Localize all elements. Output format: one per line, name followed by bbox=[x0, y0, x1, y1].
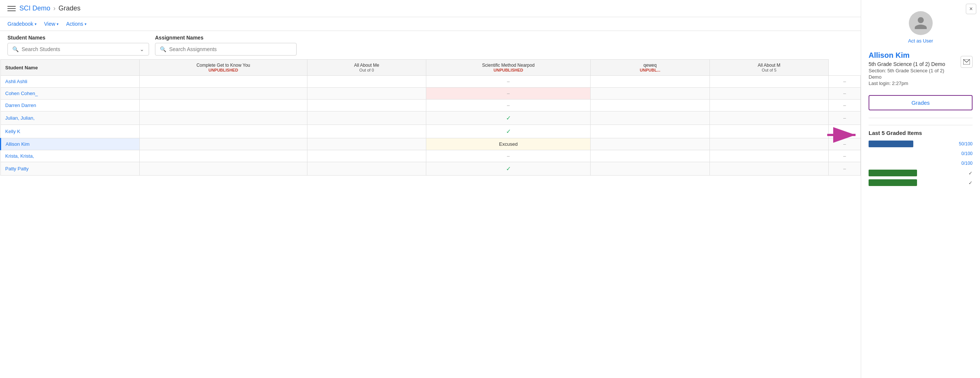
grade-cell bbox=[307, 76, 426, 88]
grade-cell bbox=[710, 88, 828, 99]
panel-course: 5th Grade Science (1 of 2) Demo bbox=[869, 61, 972, 67]
student-search-icon: 🔍 bbox=[12, 46, 19, 52]
table-header-row: Student Name Complete Get to Know You UN… bbox=[1, 60, 861, 76]
student-name-cell[interactable]: Darren Darren bbox=[1, 99, 140, 112]
gradebook-button[interactable]: Gradebook ▾ bbox=[8, 21, 37, 27]
grade-bar-row: 0/100 bbox=[869, 160, 972, 167]
main-content: SCI Demo › Grades Gradebook ▾ View ▾ Act… bbox=[0, 0, 861, 378]
grades-button[interactable]: Grades bbox=[869, 95, 972, 110]
dash-icon: – bbox=[507, 79, 510, 84]
th-col4: qeweq UNPUBL... bbox=[590, 60, 710, 76]
cell-unpublished-col1 bbox=[139, 138, 307, 150]
panel-student-name: Allison Kim bbox=[869, 51, 972, 60]
grade-cell bbox=[590, 76, 710, 88]
app-name[interactable]: SCI Demo bbox=[19, 5, 50, 12]
table-row: Ashli Ashli–– bbox=[1, 76, 861, 88]
student-name-cell[interactable]: Krista, Krista, bbox=[1, 150, 140, 162]
side-panel-avatar-section: Act as User bbox=[861, 0, 980, 47]
grade-cell: – bbox=[426, 99, 590, 112]
grades-table: Student Name Complete Get to Know You UN… bbox=[0, 59, 861, 175]
assignment-search-wrap: 🔍 bbox=[155, 43, 297, 56]
check-icon: ✓ bbox=[506, 166, 511, 172]
grades-button-wrap: Grades bbox=[869, 95, 972, 110]
grade-cell: – bbox=[829, 125, 861, 138]
grade-cell bbox=[590, 125, 710, 138]
student-name-cell[interactable]: Patty Patty bbox=[1, 162, 140, 175]
panel-section-sub: Demo bbox=[869, 74, 972, 80]
table-row: Julian, Julian,✓– bbox=[1, 112, 861, 125]
dash-icon: – bbox=[507, 91, 510, 96]
grade-bar-fill bbox=[869, 170, 917, 176]
grade-cell bbox=[590, 112, 710, 125]
grade-cell: – bbox=[829, 99, 861, 112]
student-search-dropdown-icon[interactable]: ⌄ bbox=[140, 46, 144, 52]
breadcrumb-separator: › bbox=[53, 5, 56, 12]
breadcrumb: SCI Demo › Grades bbox=[19, 5, 81, 12]
grade-cell bbox=[307, 88, 426, 99]
dash-icon: – bbox=[843, 153, 846, 159]
grade-cell: – bbox=[829, 162, 861, 175]
student-name-cell[interactable]: Kelly K bbox=[1, 125, 140, 138]
th-col2: All About Me Out of 0 bbox=[307, 60, 426, 76]
assignment-search-icon: 🔍 bbox=[160, 46, 166, 52]
grade-bars-list: 50/1000/1000/100✓✓ bbox=[869, 140, 972, 186]
grade-cell bbox=[590, 88, 710, 99]
cell-unpublished-col1 bbox=[139, 125, 307, 138]
assignment-search-input[interactable] bbox=[169, 46, 292, 52]
grade-bar-empty bbox=[869, 150, 917, 157]
last-graded-title: Last 5 Graded Items bbox=[869, 125, 972, 136]
email-button[interactable] bbox=[961, 56, 972, 68]
grade-cell bbox=[307, 125, 426, 138]
panel-divider bbox=[869, 118, 972, 118]
student-search-section: Student Names 🔍 ⌄ bbox=[8, 35, 149, 56]
assignment-section-title: Assignment Names bbox=[155, 35, 297, 41]
cell-unpublished-col1 bbox=[139, 162, 307, 175]
grade-cell: – bbox=[829, 112, 861, 125]
grade-cell bbox=[307, 162, 426, 175]
student-name-cell[interactable]: Allison Kim bbox=[1, 138, 140, 150]
dash-icon: – bbox=[843, 115, 846, 121]
actions-button[interactable]: Actions ▾ bbox=[66, 21, 86, 27]
act-as-user-button[interactable]: Act as User bbox=[908, 38, 933, 44]
grade-cell: – bbox=[829, 150, 861, 162]
grade-cell bbox=[710, 125, 828, 138]
last-graded-section: Last 5 Graded Items 50/1000/1000/100✓✓ bbox=[861, 121, 980, 193]
cell-unpublished-col1 bbox=[139, 99, 307, 112]
grade-cell: – bbox=[426, 76, 590, 88]
grade-cell bbox=[590, 138, 710, 150]
hamburger-icon[interactable] bbox=[8, 6, 16, 11]
dash-icon: – bbox=[843, 91, 846, 96]
student-name-cell[interactable]: Julian, Julian, bbox=[1, 112, 140, 125]
grade-bar-row: ✓ bbox=[869, 179, 972, 186]
grade-cell: ✓ bbox=[426, 125, 590, 138]
grade-cell bbox=[710, 112, 828, 125]
side-panel-close-button[interactable]: × bbox=[966, 4, 976, 14]
grade-bar-fill bbox=[869, 140, 913, 147]
grade-cell: – bbox=[829, 88, 861, 99]
dash-icon: – bbox=[507, 153, 510, 159]
grade-bar-row: 50/100 bbox=[869, 140, 972, 147]
student-search-wrap: 🔍 ⌄ bbox=[8, 43, 149, 56]
grade-bar-empty bbox=[869, 160, 917, 167]
view-button[interactable]: View ▾ bbox=[44, 21, 59, 27]
cell-unpublished-col1 bbox=[139, 88, 307, 99]
grade-cell: – bbox=[426, 150, 590, 162]
check-icon: ✓ bbox=[506, 115, 511, 121]
cell-unpublished-col1 bbox=[139, 150, 307, 162]
grade-cell bbox=[307, 150, 426, 162]
dash-icon: – bbox=[843, 141, 846, 147]
grade-bar-row: 0/100 bbox=[869, 150, 972, 157]
student-name-cell[interactable]: Cohen Cohen_ bbox=[1, 88, 140, 99]
table-row: Allison KimExcused– bbox=[1, 138, 861, 150]
grade-cell: ✓ bbox=[426, 162, 590, 175]
side-panel-body: Allison Kim 5th Grade Science (1 of 2) D… bbox=[861, 47, 980, 91]
grade-score-value: 0/100 bbox=[961, 151, 972, 156]
student-section-title: Student Names bbox=[8, 35, 149, 41]
student-name-cell[interactable]: Ashli Ashli bbox=[1, 76, 140, 88]
view-chevron-icon: ▾ bbox=[57, 22, 59, 26]
grade-cell: Excused bbox=[426, 138, 590, 150]
grade-cell bbox=[307, 138, 426, 150]
actions-chevron-icon: ▾ bbox=[84, 22, 86, 26]
th-col5: All About M Out of 5 bbox=[710, 60, 828, 76]
student-search-input[interactable] bbox=[22, 46, 137, 52]
